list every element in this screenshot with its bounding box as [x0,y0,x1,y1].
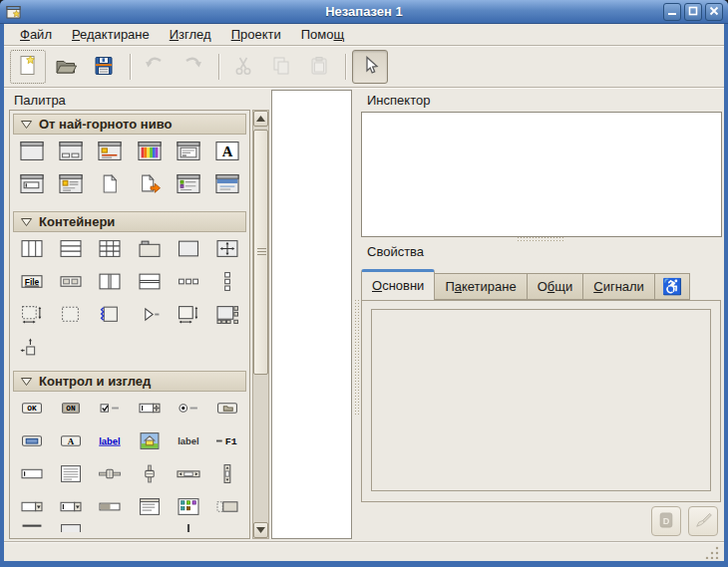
expander-triangle-icon [21,117,32,132]
palette-item-vscrollbar[interactable] [208,457,247,490]
palette-item-recent-chooser-dialog[interactable] [169,167,207,200]
palette-item-entry[interactable] [12,457,51,490]
palette-item-font-selection-dialog[interactable]: A [208,135,247,167]
palette-item-hpaned[interactable] [91,265,130,298]
palette-item-hscale[interactable] [91,457,130,490]
toolbar-separator [345,54,346,80]
cut-scissors-icon [231,54,255,81]
palette-item-layout[interactable] [12,298,51,331]
redo-button[interactable] [175,50,210,84]
palette-item-about-dialog[interactable] [51,167,90,200]
palette-item-radio-button[interactable] [169,392,207,425]
palette-item-vbuttonbox[interactable] [208,265,247,298]
scroll-up-button[interactable] [253,111,268,127]
palette-section-header[interactable]: Контрол и изглед [13,371,246,392]
palette-item-hbox[interactable] [12,232,51,265]
palette-item-color-selection-dialog[interactable] [130,135,169,167]
palette-item-assistant[interactable] [208,167,247,200]
svg-text:OK: OK [27,404,37,413]
menu-projects[interactable]: Проекти [221,25,291,45]
palette-empty-cell [51,331,90,364]
palette-item-color-button[interactable] [12,425,51,457]
palette-item-font-button[interactable]: A [51,425,90,457]
palette-item-toolbar-widget[interactable] [51,265,90,298]
svg-text:D: D [663,515,670,525]
open-button[interactable] [48,50,84,84]
inspector-tree[interactable] [361,112,722,237]
design-canvas[interactable] [271,90,352,539]
palette-item-file-chooser-dialog[interactable] [91,167,130,200]
palette-row [12,457,247,490]
menu-view[interactable]: Изглед [160,25,221,45]
vertical-pane-handle[interactable] [354,299,360,415]
properties-empty-frame [371,309,711,491]
tab-accessibility[interactable]: ♿ [655,273,690,300]
palette-item-file-chooser-button[interactable] [208,392,247,425]
palette-row [12,232,247,265]
palette-item-fixed[interactable] [208,232,247,265]
selector-button[interactable] [352,50,388,84]
cut-button[interactable] [225,50,261,84]
palette-item-text-view[interactable] [51,457,90,490]
horizontal-pane-handle[interactable] [517,236,564,242]
palette-item-toggle-button[interactable]: ON [51,392,90,425]
palette-item-button[interactable]: OK [12,392,51,425]
palette-item-input-dialog[interactable] [12,167,51,200]
titlebar[interactable]: Незапазен 1 [0,0,728,24]
undo-button[interactable] [137,50,173,84]
palette-item-vpaned[interactable] [130,265,169,298]
expander-triangle-icon [21,374,32,389]
minimize-button[interactable] [663,3,681,21]
palette-item-hscrollbar[interactable] [169,457,207,490]
palette-row [12,331,247,364]
palette-item-hbuttonbox[interactable] [169,265,207,298]
palette-item-menubar[interactable]: File [12,265,51,298]
palette-item-table[interactable] [91,232,130,265]
tab-common[interactable]: Общи [528,273,584,300]
palette-item-accel-label[interactable]: F1 [208,425,247,457]
edit-button[interactable] [688,506,718,536]
resize-grip-icon[interactable] [704,545,720,559]
maximize-button[interactable] [684,3,702,21]
palette-item-window[interactable] [12,135,51,167]
menubar: ФайлРедактиранеИзгледПроектиПомощ [4,24,724,46]
palette-item-alignment[interactable] [12,331,51,364]
menu-edit[interactable]: Редактиране [62,25,160,45]
palette-item-message-dialog[interactable] [91,135,130,167]
palette-item-spin-button[interactable] [130,392,169,425]
palette-item-image[interactable] [130,425,169,457]
new-button[interactable] [10,50,46,84]
palette-item-event-box[interactable] [51,298,90,331]
palette-item-notebook[interactable] [130,232,169,265]
scrollbar-thumb[interactable] [253,130,268,375]
save-button[interactable] [86,50,122,84]
palette-item-label-widget[interactable]: label [169,425,207,457]
menu-file[interactable]: Файл [10,25,62,45]
copy-button[interactable] [263,50,299,84]
palette-scrollbar[interactable] [252,110,269,539]
palette-item-expander[interactable] [130,298,169,331]
palette-item-handle-box[interactable] [91,298,130,331]
tab-general[interactable]: Основни [361,269,435,300]
palette-item-viewport[interactable] [208,298,247,331]
paste-button[interactable] [301,50,337,84]
palette-item-vbox[interactable] [51,232,90,265]
tab-packing[interactable]: Пакетиране [435,273,527,300]
tab-signals[interactable]: Сигнали [583,273,655,300]
toolbar-separator [218,54,219,80]
palette-section-header[interactable]: Контейнери [13,211,246,232]
palette-item-file-chooser-save-dialog[interactable] [130,167,169,200]
palette-item-link-button[interactable]: label [91,425,130,457]
palette-item-dialog[interactable] [51,135,90,167]
palette-item-vscale[interactable] [130,457,169,490]
svg-text:label: label [100,435,122,446]
palette-item-scrolled-window[interactable] [169,298,207,331]
palette-item-file-selection-dialog[interactable] [169,135,207,167]
menu-help[interactable]: Помощ [291,25,354,45]
palette-section-header[interactable]: От най-горното ниво [13,114,246,135]
palette-item-frame[interactable] [169,232,207,265]
devhelp-button[interactable]: D [651,506,681,536]
palette-empty-cell [91,331,130,364]
palette-item-check-button[interactable] [91,392,130,425]
close-button[interactable] [705,3,723,21]
